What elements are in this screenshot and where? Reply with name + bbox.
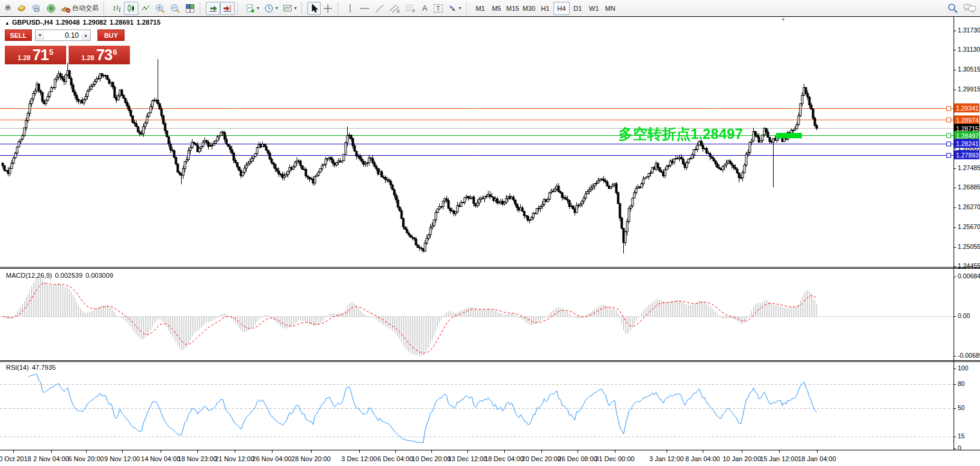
tile-windows-button[interactable] bbox=[183, 2, 197, 15]
buy-button[interactable]: BUY bbox=[97, 29, 125, 41]
axis-tick bbox=[954, 247, 956, 248]
axis-tick bbox=[954, 90, 956, 90]
periods-dropdown-caret[interactable]: ▾ bbox=[276, 5, 278, 11]
trendline-button[interactable] bbox=[372, 2, 387, 15]
rsi-label: RSI(14)47.7935 bbox=[6, 364, 59, 371]
templates-dropdown-caret[interactable]: ▾ bbox=[294, 5, 297, 11]
chart-shift-marker-icon: ▼ bbox=[781, 17, 786, 22]
text-tool-icon: A bbox=[422, 4, 428, 13]
rsi-value: 47.7935 bbox=[32, 364, 56, 371]
axis-tick bbox=[954, 369, 956, 369]
price-level-badge: 1.28974 bbox=[954, 115, 979, 124]
bars-chart-button[interactable] bbox=[109, 2, 124, 15]
ask-price-display[interactable]: 1.28 73 6 bbox=[69, 46, 130, 64]
axis-tick bbox=[954, 188, 956, 188]
time-axis-label: 31 Dec 00:00 bbox=[588, 455, 642, 462]
timeframe-m15-button[interactable]: M15 bbox=[505, 2, 521, 15]
timeframe-d1-button[interactable]: D1 bbox=[570, 2, 586, 15]
auto-scroll-button[interactable] bbox=[206, 2, 220, 15]
toolbar-separator bbox=[103, 2, 108, 14]
new-order-button[interactable]: 单 bbox=[1, 2, 14, 15]
virtual-hosting-button[interactable] bbox=[29, 2, 44, 15]
ask-price-prefix: 1.28 bbox=[81, 54, 94, 61]
chart-annotation-text: 多空转折点1.28497 bbox=[618, 124, 743, 144]
arrows-button[interactable]: ▾ bbox=[445, 2, 464, 15]
zoom-out-button[interactable] bbox=[168, 2, 183, 15]
crosshair-button[interactable] bbox=[321, 2, 335, 15]
timeframe-h1-button[interactable]: H1 bbox=[537, 2, 553, 15]
rsi-name: RSI(14) bbox=[6, 364, 29, 371]
autotrading-hat-icon bbox=[61, 4, 71, 13]
rsi-indicator-canvas[interactable] bbox=[0, 362, 954, 450]
pane-splitter[interactable] bbox=[0, 267, 980, 269]
text-label-button[interactable]: T bbox=[431, 2, 445, 15]
volume-increase-button[interactable]: ▲ bbox=[81, 30, 90, 40]
volume-input[interactable] bbox=[45, 30, 81, 40]
line-chart-button[interactable] bbox=[138, 2, 153, 15]
axis-tick-label: 1.29915 bbox=[958, 85, 980, 93]
periods-button[interactable]: ▾ bbox=[262, 2, 280, 15]
signals-button[interactable] bbox=[44, 2, 58, 15]
collapse-panel-icon[interactable]: ▲ bbox=[5, 20, 10, 26]
axis-tick-label: 15 bbox=[958, 432, 965, 440]
toolbar-separator bbox=[301, 2, 306, 14]
autotrading-button[interactable]: 自动交易 bbox=[58, 2, 101, 15]
timeframe-m5-button[interactable]: M5 bbox=[488, 2, 505, 15]
axis-tick bbox=[954, 449, 956, 449]
zoom-in-button[interactable] bbox=[153, 2, 168, 15]
equidistant-channel-button[interactable]: E bbox=[387, 2, 402, 15]
timeframe-m30-button[interactable]: M30 bbox=[521, 2, 537, 15]
cursor-arrow-icon bbox=[310, 4, 318, 13]
arrows-dropdown-caret[interactable]: ▾ bbox=[459, 5, 461, 11]
timeframe-mn-button[interactable]: MN bbox=[602, 2, 618, 15]
cursor-button[interactable] bbox=[307, 2, 321, 15]
time-tick bbox=[667, 450, 667, 453]
bid-price-display[interactable]: 1.28 71 5 bbox=[5, 46, 66, 64]
time-tick bbox=[13, 450, 14, 453]
text-button[interactable]: A bbox=[418, 2, 431, 15]
price-level-badge: 1.28241 bbox=[954, 139, 979, 148]
gold-book-icon-button[interactable] bbox=[14, 2, 29, 15]
timeframe-h4-button[interactable]: H4 bbox=[553, 2, 570, 15]
toolbar-separator bbox=[337, 2, 342, 14]
chart-shift-button[interactable] bbox=[220, 2, 235, 15]
indicators-dropdown-caret[interactable]: ▾ bbox=[257, 5, 259, 11]
indicators-button[interactable]: ▾ bbox=[243, 2, 262, 15]
search-icon[interactable] bbox=[948, 3, 958, 13]
svg-text:F: F bbox=[413, 9, 415, 13]
zoom-out-icon bbox=[170, 4, 180, 13]
templates-button[interactable]: ▾ bbox=[280, 2, 299, 15]
sell-button[interactable]: SELL bbox=[5, 29, 32, 41]
time-tick bbox=[311, 450, 312, 453]
time-axis-label: 18 Jan 04:00 bbox=[790, 455, 844, 462]
axis-tick-label: 1.31730 bbox=[958, 26, 980, 34]
time-tick bbox=[161, 450, 161, 453]
axis-tick bbox=[954, 70, 956, 70]
horizontal-line-icon bbox=[359, 4, 370, 13]
pane-splitter[interactable] bbox=[0, 360, 980, 362]
bid-price-pip: 5 bbox=[49, 48, 54, 57]
axis-tick-label: 100 bbox=[958, 364, 969, 372]
time-axis: 30 Oct 20182 Nov 04:006 Nov 20:009 Nov 1… bbox=[0, 450, 980, 466]
candlestick-chart-button[interactable] bbox=[124, 2, 138, 15]
volume-decrease-button[interactable]: ▼ bbox=[35, 30, 45, 40]
axis-tick bbox=[954, 408, 956, 409]
signal-icon bbox=[46, 4, 56, 13]
timeframe-m1-button[interactable]: M1 bbox=[472, 2, 488, 15]
toolbar: 单 自动交易 bbox=[0, 0, 980, 16]
mt4-window: 单 自动交易 bbox=[0, 0, 980, 466]
price-chart-canvas[interactable] bbox=[0, 17, 954, 267]
fibonacci-button[interactable]: F bbox=[402, 2, 418, 15]
chat-icon[interactable] bbox=[963, 3, 976, 13]
horizontal-line-button[interactable] bbox=[357, 2, 372, 15]
one-click-trading-panel: SELL ▼ ▲ BUY 1.28 71 5 1.28 73 6 bbox=[5, 29, 131, 64]
vertical-line-button[interactable] bbox=[344, 2, 357, 15]
axis-tick bbox=[954, 207, 956, 208]
clock-icon bbox=[264, 4, 274, 13]
timeframe-w1-button[interactable]: W1 bbox=[586, 2, 602, 15]
new-order-label: 单 bbox=[5, 4, 11, 13]
time-tick bbox=[197, 450, 198, 453]
chart-shift-icon bbox=[223, 4, 232, 13]
axis-tick bbox=[954, 31, 956, 31]
macd-indicator-canvas[interactable] bbox=[0, 269, 954, 360]
